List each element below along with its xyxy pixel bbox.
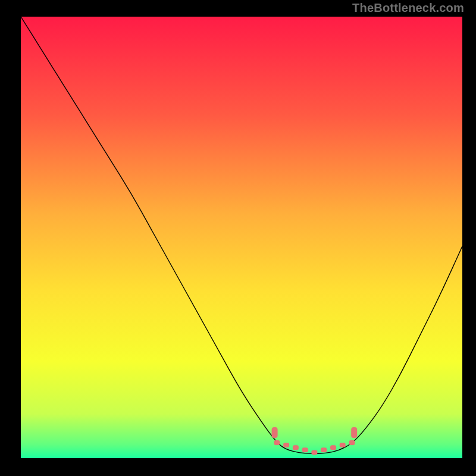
- chart-container: TheBottleneck.com: [0, 0, 476, 476]
- marker-dot: [340, 443, 346, 447]
- marker-dot: [283, 443, 289, 447]
- watermark-text: TheBottleneck.com: [352, 1, 464, 15]
- marker-dot: [330, 445, 336, 450]
- marker-dot: [321, 447, 327, 452]
- marker-cap-left: [272, 427, 278, 438]
- plot-area: [21, 17, 462, 458]
- marker-dot: [274, 440, 280, 445]
- marker-cap-right: [351, 427, 357, 438]
- marker-dot: [293, 445, 299, 450]
- gradient-background: [21, 17, 462, 458]
- marker-dot: [302, 447, 308, 452]
- marker-dot: [311, 450, 317, 455]
- bottleneck-chart: [21, 17, 462, 458]
- marker-dot: [349, 440, 355, 445]
